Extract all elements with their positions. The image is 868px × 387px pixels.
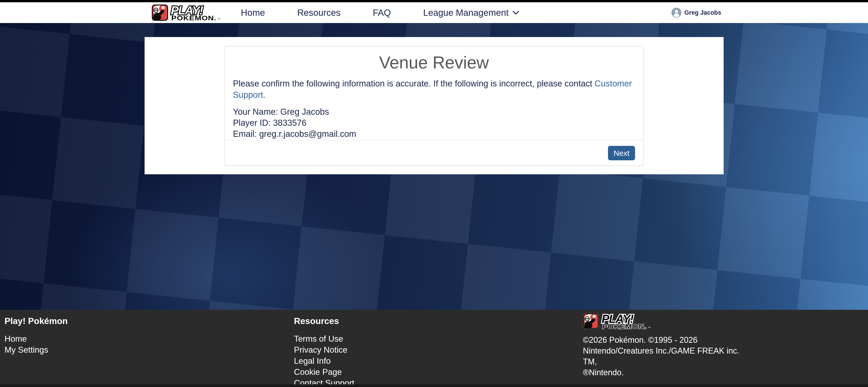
footer-col-resources: Resources Terms of Use Privacy Notice Le… [294,316,354,387]
panel-footer-divider [224,140,644,140]
footer-col-legal: PLAY! POKÉMON. ™ ©2026 Pokémon. ©1995 - … [583,313,746,378]
nav-item-home[interactable]: Home [241,8,265,18]
footer-heading-resources: Resources [294,316,354,326]
nav-item-league-management[interactable]: League Management [423,8,519,18]
player-id-line: Player ID: 3833576 [233,118,635,128]
navbar-brand-logo[interactable]: PLAY! POKÉMON. ™ [152,4,222,21]
footer-link-cookie-page[interactable]: Cookie Page [294,366,354,378]
footer-link-my-settings[interactable]: My Settings [4,344,68,355]
player-info-list: Your Name: Greg Jacobs Player ID: 383357… [233,106,635,139]
svg-text:™: ™ [648,326,651,329]
user-avatar-icon [672,8,681,18]
player-email-line: Email: greg.r.jacobs@gmail.com [233,128,635,139]
user-account-chip[interactable]: Greg Jacobs [672,2,721,23]
nav-item-faq[interactable]: FAQ [373,8,391,18]
footer: Play! Pokémon Home My Settings Resources… [0,310,868,387]
next-button[interactable]: Next [608,146,635,160]
footer-link-privacy-notice[interactable]: Privacy Notice [294,344,354,355]
checkered-background: Venue Review Please confirm the followin… [0,23,868,310]
top-black-strip [0,0,868,2]
copyright-text: ©2026 Pokémon. ©1995 - 2026 Nintendo/Cre… [583,334,746,378]
footer-play-pokemon-logo-icon: PLAY! POKÉMON. ™ [583,313,652,330]
chevron-down-icon [512,10,519,15]
play-pokemon-logo-icon: PLAY! POKÉMON. ™ [152,4,222,21]
page: PLAY! POKÉMON. ™ Home Resources FAQ Leag… [0,0,868,387]
footer-heading-play-pokemon: Play! Pokémon [4,316,68,326]
footer-col-play-pokemon: Play! Pokémon Home My Settings [4,316,68,355]
panel-body: Please confirm the following information… [224,78,644,139]
venue-review-panel: Venue Review Please confirm the followin… [224,46,644,166]
logo-tm-mark: ™ [218,18,220,21]
svg-text:POKÉMON.: POKÉMON. [602,323,647,330]
page-title: Venue Review [224,53,644,72]
navbar: PLAY! POKÉMON. ™ Home Resources FAQ Leag… [0,2,868,23]
nav-item-resources[interactable]: Resources [297,8,340,18]
player-name-line: Your Name: Greg Jacobs [233,106,635,118]
footer-link-legal-info[interactable]: Legal Info [294,355,354,366]
confirm-instructions: Please confirm the following information… [233,78,635,100]
bottom-edge-strip [0,384,868,387]
nav-menu: Home Resources FAQ League Management [241,2,519,23]
footer-link-terms-of-use[interactable]: Terms of Use [294,333,354,344]
user-name-label: Greg Jacobs [684,9,721,16]
content-card: Venue Review Please confirm the followin… [145,37,724,174]
logo-pokemon-text: POKÉMON. [171,14,216,21]
footer-link-home[interactable]: Home [4,333,68,344]
